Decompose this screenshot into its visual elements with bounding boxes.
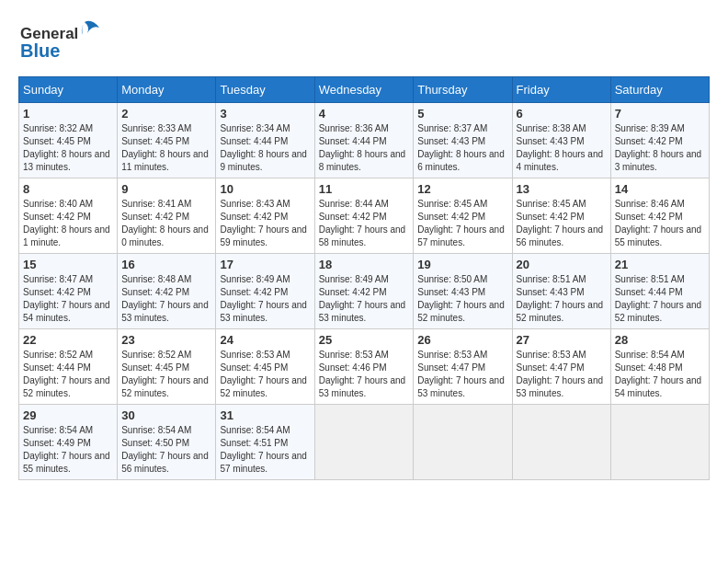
day-number: 11 [319, 182, 410, 196]
day-number: 16 [121, 258, 211, 271]
svg-text:Blue: Blue [20, 40, 60, 61]
week-row-1: 1 Sunrise: 8:32 AM Sunset: 4:45 PM Dayli… [19, 103, 710, 178]
day-number: 2 [121, 107, 211, 121]
day-info: Sunrise: 8:45 AM Sunset: 4:42 PM Dayligh… [517, 198, 607, 249]
day-number: 18 [319, 258, 410, 271]
page-header: General Blue [18, 18, 710, 69]
day-cell-3: 3 Sunrise: 8:34 AM Sunset: 4:44 PM Dayli… [216, 103, 314, 178]
day-cell-17: 17 Sunrise: 8:49 AM Sunset: 4:42 PM Dayl… [216, 254, 314, 329]
day-number: 4 [319, 107, 410, 121]
empty-cell [414, 405, 512, 480]
day-number: 17 [220, 258, 310, 271]
day-number: 28 [615, 333, 705, 347]
day-cell-13: 13 Sunrise: 8:45 AM Sunset: 4:42 PM Dayl… [512, 178, 610, 254]
day-info: Sunrise: 8:34 AM Sunset: 4:44 PM Dayligh… [220, 122, 310, 174]
day-number: 20 [517, 258, 607, 271]
day-cell-24: 24 Sunrise: 8:53 AM Sunset: 4:45 PM Dayl… [216, 329, 314, 405]
logo-svg: General Blue [18, 18, 101, 69]
day-number: 25 [319, 333, 410, 347]
day-info: Sunrise: 8:53 AM Sunset: 4:45 PM Dayligh… [220, 349, 310, 400]
day-number: 10 [220, 182, 310, 196]
week-row-4: 22 Sunrise: 8:52 AM Sunset: 4:44 PM Dayl… [19, 329, 710, 405]
day-cell-19: 19 Sunrise: 8:50 AM Sunset: 4:43 PM Dayl… [414, 254, 512, 329]
header-wednesday: Wednesday [314, 77, 414, 103]
week-row-3: 15 Sunrise: 8:47 AM Sunset: 4:42 PM Dayl… [19, 254, 710, 329]
day-number: 22 [23, 333, 113, 347]
header-tuesday: Tuesday [216, 77, 314, 103]
day-number: 5 [417, 107, 507, 121]
empty-cell [512, 405, 610, 480]
day-cell-30: 30 Sunrise: 8:54 AM Sunset: 4:50 PM Dayl… [118, 405, 216, 480]
day-cell-1: 1 Sunrise: 8:32 AM Sunset: 4:45 PM Dayli… [19, 103, 118, 178]
header-sunday: Sunday [19, 77, 118, 103]
day-cell-21: 21 Sunrise: 8:51 AM Sunset: 4:44 PM Dayl… [610, 254, 709, 329]
day-cell-16: 16 Sunrise: 8:48 AM Sunset: 4:42 PM Dayl… [118, 254, 216, 329]
day-info: Sunrise: 8:51 AM Sunset: 4:44 PM Dayligh… [615, 273, 705, 325]
header-thursday: Thursday [414, 77, 512, 103]
day-number: 21 [615, 258, 705, 271]
day-info: Sunrise: 8:33 AM Sunset: 4:45 PM Dayligh… [121, 122, 211, 174]
day-number: 30 [121, 408, 211, 422]
day-cell-28: 28 Sunrise: 8:54 AM Sunset: 4:48 PM Dayl… [610, 329, 709, 405]
day-cell-15: 15 Sunrise: 8:47 AM Sunset: 4:42 PM Dayl… [19, 254, 118, 329]
day-cell-6: 6 Sunrise: 8:38 AM Sunset: 4:43 PM Dayli… [512, 103, 610, 178]
logo: General Blue [18, 18, 101, 69]
header-monday: Monday [118, 77, 216, 103]
day-cell-8: 8 Sunrise: 8:40 AM Sunset: 4:42 PM Dayli… [19, 178, 118, 254]
day-number: 27 [517, 333, 607, 347]
day-info: Sunrise: 8:41 AM Sunset: 4:42 PM Dayligh… [121, 198, 211, 249]
day-cell-27: 27 Sunrise: 8:53 AM Sunset: 4:47 PM Dayl… [512, 329, 610, 405]
day-info: Sunrise: 8:46 AM Sunset: 4:42 PM Dayligh… [615, 198, 705, 249]
day-number: 15 [23, 258, 113, 271]
day-cell-7: 7 Sunrise: 8:39 AM Sunset: 4:42 PM Dayli… [610, 103, 709, 178]
day-cell-20: 20 Sunrise: 8:51 AM Sunset: 4:43 PM Dayl… [512, 254, 610, 329]
day-number: 1 [23, 107, 113, 121]
day-info: Sunrise: 8:54 AM Sunset: 4:48 PM Dayligh… [615, 349, 705, 400]
day-number: 31 [220, 408, 310, 422]
day-info: Sunrise: 8:49 AM Sunset: 4:42 PM Dayligh… [220, 273, 310, 325]
day-cell-18: 18 Sunrise: 8:49 AM Sunset: 4:42 PM Dayl… [314, 254, 414, 329]
day-cell-12: 12 Sunrise: 8:45 AM Sunset: 4:42 PM Dayl… [414, 178, 512, 254]
day-number: 3 [220, 107, 310, 121]
day-number: 13 [517, 182, 607, 196]
day-cell-10: 10 Sunrise: 8:43 AM Sunset: 4:42 PM Dayl… [216, 178, 314, 254]
day-info: Sunrise: 8:32 AM Sunset: 4:45 PM Dayligh… [23, 122, 113, 174]
weekday-header-row: Sunday Monday Tuesday Wednesday Thursday… [19, 77, 710, 103]
day-info: Sunrise: 8:50 AM Sunset: 4:43 PM Dayligh… [417, 273, 507, 325]
day-cell-11: 11 Sunrise: 8:44 AM Sunset: 4:42 PM Dayl… [314, 178, 414, 254]
day-info: Sunrise: 8:51 AM Sunset: 4:43 PM Dayligh… [517, 273, 607, 325]
day-cell-26: 26 Sunrise: 8:53 AM Sunset: 4:47 PM Dayl… [414, 329, 512, 405]
day-number: 14 [615, 182, 705, 196]
empty-cell [314, 405, 414, 480]
week-row-2: 8 Sunrise: 8:40 AM Sunset: 4:42 PM Dayli… [19, 178, 710, 254]
day-cell-23: 23 Sunrise: 8:52 AM Sunset: 4:45 PM Dayl… [118, 329, 216, 405]
day-cell-9: 9 Sunrise: 8:41 AM Sunset: 4:42 PM Dayli… [118, 178, 216, 254]
day-info: Sunrise: 8:52 AM Sunset: 4:44 PM Dayligh… [23, 349, 113, 400]
day-info: Sunrise: 8:53 AM Sunset: 4:46 PM Dayligh… [319, 349, 410, 400]
day-cell-29: 29 Sunrise: 8:54 AM Sunset: 4:49 PM Dayl… [19, 405, 118, 480]
day-info: Sunrise: 8:36 AM Sunset: 4:44 PM Dayligh… [319, 122, 410, 174]
day-info: Sunrise: 8:49 AM Sunset: 4:42 PM Dayligh… [319, 273, 410, 325]
day-number: 8 [23, 182, 113, 196]
day-info: Sunrise: 8:38 AM Sunset: 4:43 PM Dayligh… [517, 122, 607, 174]
day-cell-5: 5 Sunrise: 8:37 AM Sunset: 4:43 PM Dayli… [414, 103, 512, 178]
day-info: Sunrise: 8:37 AM Sunset: 4:43 PM Dayligh… [417, 122, 507, 174]
day-number: 6 [517, 107, 607, 121]
day-info: Sunrise: 8:53 AM Sunset: 4:47 PM Dayligh… [517, 349, 607, 400]
day-info: Sunrise: 8:40 AM Sunset: 4:42 PM Dayligh… [23, 198, 113, 249]
day-cell-2: 2 Sunrise: 8:33 AM Sunset: 4:45 PM Dayli… [118, 103, 216, 178]
header-saturday: Saturday [610, 77, 709, 103]
day-cell-25: 25 Sunrise: 8:53 AM Sunset: 4:46 PM Dayl… [314, 329, 414, 405]
day-number: 7 [615, 107, 705, 121]
day-info: Sunrise: 8:54 AM Sunset: 4:49 PM Dayligh… [23, 424, 113, 476]
day-number: 9 [121, 182, 211, 196]
day-cell-22: 22 Sunrise: 8:52 AM Sunset: 4:44 PM Dayl… [19, 329, 118, 405]
day-info: Sunrise: 8:48 AM Sunset: 4:42 PM Dayligh… [121, 273, 211, 325]
day-number: 12 [417, 182, 507, 196]
day-info: Sunrise: 8:52 AM Sunset: 4:45 PM Dayligh… [121, 349, 211, 400]
day-info: Sunrise: 8:44 AM Sunset: 4:42 PM Dayligh… [319, 198, 410, 249]
day-info: Sunrise: 8:54 AM Sunset: 4:50 PM Dayligh… [121, 424, 211, 476]
day-cell-14: 14 Sunrise: 8:46 AM Sunset: 4:42 PM Dayl… [610, 178, 709, 254]
header-friday: Friday [512, 77, 610, 103]
empty-cell [610, 405, 709, 480]
